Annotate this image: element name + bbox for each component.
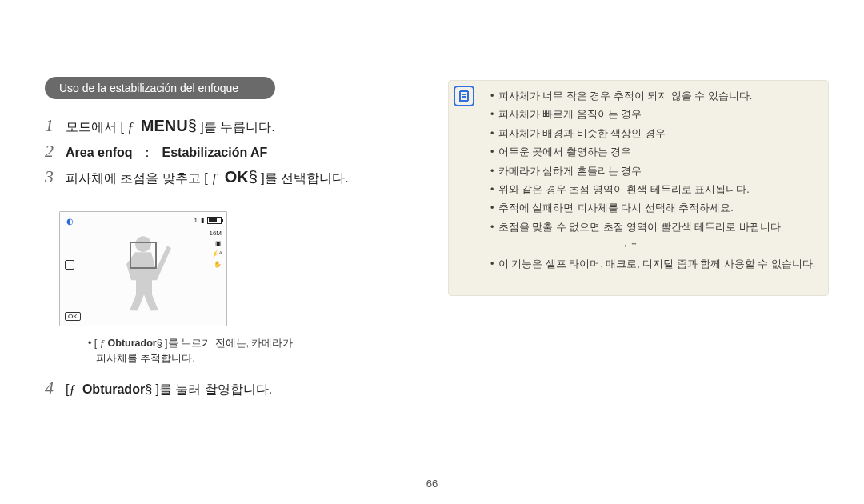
caption-line1b: ]를 누르기 전에는, 카메라가	[165, 338, 293, 349]
cursive-f-icon: ƒ	[127, 120, 134, 134]
resolution-label: 16M	[209, 230, 222, 237]
note-text: 초점을 맞출 수 없으면 초점 영역이 빨간색 테두리로 바뀝니다.	[498, 220, 817, 235]
note-item: •이 기능은 셀프 타이머, 매크로, 디지털 줌과 함께 사용할 수 없습니다…	[490, 257, 817, 272]
bullet-icon: •	[490, 220, 498, 235]
cursive-f-icon: ƒ	[211, 171, 218, 185]
cursive-f-icon: ƒ	[100, 338, 105, 349]
step-3: 3 피사체에 초점을 맞추고 [ ƒ OK§ ]를 선택합니다.	[45, 166, 413, 187]
note-item: •피사체가 배경과 비슷한 색상인 경우	[490, 126, 817, 142]
bullet-icon: •	[490, 89, 498, 104]
bracket-close: §	[157, 338, 162, 349]
step3-part1: 피사체에 초점을 맞추고 [	[66, 171, 208, 185]
status-cluster: 1 ▮	[194, 217, 222, 224]
focus-mode-icon	[65, 260, 74, 270]
flash-icon: ⚡ᴬ	[209, 250, 222, 258]
step-2: 2 Area enfoq ： Estabilización AF	[45, 141, 413, 162]
step1-suffix: ]를 누릅니다.	[200, 120, 274, 134]
option-label: Area enfoq	[66, 146, 133, 159]
bullet-icon: •	[490, 164, 498, 179]
arrow-sep-icon: ：	[141, 146, 154, 159]
step-number: 2	[45, 141, 66, 162]
note-item: •초점을 맞출 수 없으면 초점 영역이 빨간색 테두리로 바뀝니다.	[490, 220, 817, 235]
section-pill: Uso de la estabilización del enfoque	[45, 77, 275, 99]
bracket-close: §	[249, 168, 258, 186]
menu-button-label: MENU	[141, 117, 188, 134]
note-item: •추적에 실패하면 피사체를 다시 선택해 추적하세요.	[490, 201, 817, 216]
focus-frame-icon	[130, 242, 157, 269]
step-number: 3	[45, 166, 66, 187]
step-1: 1 모드에서 [ ƒ MENU§ ]를 누릅니다.	[45, 115, 413, 136]
header-rule	[40, 50, 824, 50]
note-text: 어두운 곳에서 촬영하는 경우	[498, 145, 817, 160]
steps-list: 1 모드에서 [ ƒ MENU§ ]를 누릅니다. 2 Area enfoq ：…	[45, 115, 413, 187]
bracket-close: §	[145, 382, 152, 396]
caption-bullet: • [	[88, 338, 97, 349]
note-item: •위와 같은 경우 초점 영역이 흰색 테두리로 표시됩니다.	[490, 182, 817, 198]
ok-chip: OK	[65, 312, 81, 321]
mode-icon: ◐	[66, 217, 74, 226]
battery-icon	[207, 217, 222, 224]
option-value: Estabilización AF	[162, 146, 267, 159]
step-4: 4 [ƒ Obturador§ ]를 눌러 촬영합니다.	[45, 378, 413, 398]
note-text: 추적에 실패하면 피사체를 다시 선택해 추적하세요.	[498, 201, 817, 216]
stabilizer-icon: ✋	[209, 261, 222, 268]
note-text: 피사체가 배경과 비슷한 색상인 경우	[498, 126, 817, 142]
ok-button-label: OK	[225, 168, 249, 186]
note-text: 카메라가 심하게 흔들리는 경우	[498, 164, 817, 179]
note-icon	[454, 86, 474, 106]
page-number: 66	[426, 478, 438, 490]
note-text: 위와 같은 경우 초점 영역이 흰색 테두리로 표시됩니다.	[498, 182, 817, 198]
cursive-f-icon: ƒ	[69, 382, 75, 396]
bullet-icon: •	[490, 201, 498, 216]
bullet-icon: •	[490, 257, 498, 272]
note-item: •어두운 곳에서 촬영하는 경우	[490, 145, 817, 160]
shutter-label: Obturador	[108, 338, 157, 349]
note-text: 피사체가 빠르게 움직이는 경우	[498, 107, 817, 122]
note-item: •피사체가 너무 작은 경우 추적이 되지 않을 수 있습니다.	[490, 89, 817, 104]
right-icons: 16M ▣ ⚡ᴬ ✋	[209, 230, 222, 271]
note-text: 피사체가 너무 작은 경우 추적이 되지 않을 수 있습니다.	[498, 89, 817, 104]
continuation-arrow-icon: → †	[618, 238, 817, 254]
lcd-caption: • [ ƒ Obturador§ ]를 누르기 전에는, 카메라가 피사체를 추…	[88, 336, 360, 366]
step4-post: ]를 눌러 촬영합니다.	[155, 382, 272, 396]
sd-icon: ▮	[201, 217, 204, 224]
note-item: •카메라가 심하게 흔들리는 경우	[490, 164, 817, 179]
metering-icon: ▣	[209, 240, 222, 247]
bullet-icon: •	[490, 182, 498, 198]
step-number: 4	[45, 378, 66, 398]
bullet-icon: •	[490, 107, 498, 122]
bracket-close: §	[188, 117, 197, 134]
shots-remaining: 1	[194, 217, 198, 224]
step-number: 1	[45, 115, 66, 136]
camera-lcd-illustration: ◐ 1 ▮ 16M ▣ ⚡ᴬ ✋	[59, 211, 227, 326]
note-text: 이 기능은 셀프 타이머, 매크로, 디지털 줌과 함께 사용할 수 없습니다.	[498, 257, 817, 272]
note-callout: •피사체가 너무 작은 경우 추적이 되지 않을 수 있습니다.•피사체가 빠르…	[448, 80, 829, 296]
bullet-icon: •	[490, 145, 498, 160]
note-item: •피사체가 빠르게 움직이는 경우	[490, 107, 817, 122]
note-body: •피사체가 너무 작은 경우 추적이 되지 않을 수 있습니다.•피사체가 빠르…	[490, 89, 817, 273]
bullet-icon: •	[490, 126, 498, 142]
step3-part2: ]를 선택합니다.	[261, 171, 348, 185]
step1-prefix: 모드에서 [	[66, 120, 124, 134]
caption-line2: 피사체를 추적합니다.	[96, 353, 195, 364]
shutter-button-label: Obturador	[82, 382, 145, 396]
